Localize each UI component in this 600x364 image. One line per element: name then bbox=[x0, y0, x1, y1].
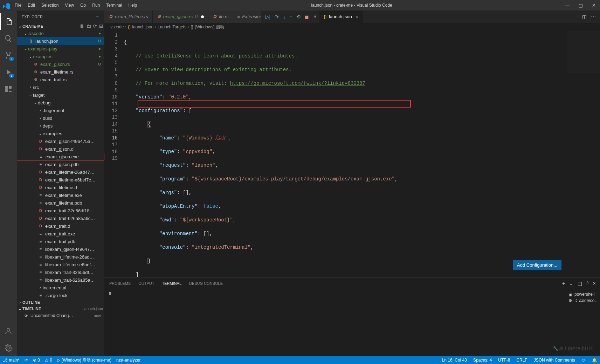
file-exam-lifetime-hash2[interactable]: Dexam_lifetime-e6bef7c… bbox=[17, 176, 104, 184]
breadcrumb-2[interactable]: launch.json bbox=[132, 25, 153, 29]
terminal-new-icon[interactable]: + bbox=[562, 281, 565, 286]
tab-terminal[interactable]: TERMINAL bbox=[161, 280, 182, 287]
status-feedback-icon[interactable]: ☺ bbox=[581, 358, 586, 363]
minimap[interactable] bbox=[567, 31, 600, 73]
file-exam-gjson-d[interactable]: Dexam_gjson.d bbox=[17, 145, 104, 153]
menu-edit[interactable]: Edit bbox=[25, 1, 38, 9]
terminal-content[interactable]: ▯ bbox=[104, 289, 565, 356]
outline-header[interactable]: ›OUTLINE bbox=[17, 299, 104, 305]
debug-continue-icon[interactable]: ▷| bbox=[265, 14, 271, 20]
file-exam-gjson-pdb[interactable]: ≡exam_gjson.pdb bbox=[17, 160, 104, 168]
tab-launch-json[interactable]: {}launch.json× bbox=[319, 11, 363, 23]
menu-run[interactable]: Run bbox=[89, 1, 103, 9]
menu-file[interactable]: File bbox=[12, 1, 24, 9]
tab-output[interactable]: OUTPUT bbox=[138, 280, 155, 287]
folder-vscode[interactable]: ⌄.vscode● bbox=[17, 29, 104, 37]
split-editor-icon[interactable]: ◫ bbox=[582, 14, 587, 20]
file-exam-trait-exe[interactable]: ≡exam_trait.exe bbox=[17, 230, 104, 238]
menu-view[interactable]: View bbox=[62, 1, 77, 9]
new-file-icon[interactable]: 🗎 bbox=[80, 23, 84, 29]
add-configuration-button[interactable]: Add Configuration... bbox=[513, 260, 561, 270]
activity-explorer[interactable] bbox=[0, 13, 17, 30]
folder-build[interactable]: ›build bbox=[17, 114, 104, 122]
file-exam-trait-hash1[interactable]: Dexam_trait-32e56df18… bbox=[17, 207, 104, 214]
debug-grip-icon[interactable]: ⠿ bbox=[313, 14, 317, 20]
folder-target[interactable]: ⌄target bbox=[17, 91, 104, 99]
status-rust-analyzer[interactable]: rust-analyzer bbox=[116, 358, 140, 363]
breadcrumb-4[interactable]: (Windows) 启动 bbox=[195, 24, 224, 30]
file-exam-lifetime-d[interactable]: Dexam_lifetime.d bbox=[17, 184, 104, 191]
tab-debug-console[interactable]: DEBUG CONSOLE bbox=[188, 280, 223, 287]
status-language[interactable]: JSON with Comments bbox=[534, 358, 575, 363]
new-folder-icon[interactable]: 🗀 bbox=[87, 23, 91, 29]
file-exam-trait-rs[interactable]: ⚙exam_trait.rs bbox=[17, 76, 104, 83]
status-branch[interactable]: ⎇ main* bbox=[3, 358, 20, 363]
editor-more-icon[interactable]: ⋯ bbox=[591, 14, 596, 20]
collapse-icon[interactable]: ⊟ bbox=[99, 23, 103, 29]
file-exam-trait-d[interactable]: Dexam_trait.d bbox=[17, 222, 104, 230]
timeline-header[interactable]: ⌄TIMELINE launch.json bbox=[17, 305, 104, 312]
activity-debug[interactable]: 1 bbox=[0, 64, 17, 81]
folder-src[interactable]: ›src bbox=[17, 83, 104, 91]
file-launch-json[interactable]: {}launch.jsonU bbox=[17, 37, 104, 45]
menu-go[interactable]: Go bbox=[77, 1, 89, 9]
activity-extensions[interactable] bbox=[0, 81, 17, 97]
status-bell-icon[interactable]: 🔔 bbox=[592, 358, 597, 363]
breadcrumb[interactable]: .vscode› {}launch.json› Launch Targets› … bbox=[104, 23, 600, 31]
folder-fingerprint[interactable]: ›.fingerprint bbox=[17, 107, 104, 114]
terminal-item-task[interactable]: ⚙D:\code\co… bbox=[568, 297, 596, 304]
file-libexam-gjson[interactable]: ≡libexam_gjson-f49647… bbox=[17, 245, 104, 253]
refresh-icon[interactable]: ⟳ bbox=[93, 23, 97, 29]
status-launch-config[interactable]: ▷ (Windows) 启动 (crate-me) bbox=[57, 357, 111, 363]
file-cargo-lock[interactable]: ≡.cargo-lock bbox=[17, 291, 104, 299]
tab-extension[interactable]: ≡Extension: bbox=[233, 11, 261, 23]
file-exam-lifetime-hash1[interactable]: Dexam_lifetime-26ad47… bbox=[17, 168, 104, 176]
tab-problems[interactable]: PROBLEMS bbox=[109, 280, 131, 287]
file-exam-trait-pdb[interactable]: ≡exam_trait.pdb bbox=[17, 238, 104, 245]
debug-step-into-icon[interactable]: ↓ bbox=[283, 14, 285, 20]
status-sync[interactable]: ⟳ bbox=[25, 358, 28, 363]
file-exam-gjson-exe[interactable]: ≡exam_gjson.exe bbox=[17, 153, 104, 160]
folder-deps[interactable]: ›deps bbox=[17, 122, 104, 130]
tab-exam-lifetime[interactable]: ⚙exam_lifetime.rs bbox=[104, 11, 153, 23]
breadcrumb-3[interactable]: Launch Targets bbox=[158, 25, 186, 29]
close-icon[interactable]: × bbox=[356, 14, 358, 20]
file-exam-lifetime-exe[interactable]: ≡exam_lifetime.exe bbox=[17, 191, 104, 199]
terminal-item-powershell[interactable]: ▣powershell bbox=[568, 291, 596, 297]
file-exam-gjson-hash[interactable]: Dexam_gjson-f496475a… bbox=[17, 137, 104, 145]
menu-help[interactable]: Help bbox=[126, 1, 140, 9]
status-errors[interactable]: ⊗ 0 bbox=[33, 358, 40, 363]
status-spaces[interactable]: Spaces: 4 bbox=[473, 358, 492, 363]
activity-account[interactable] bbox=[0, 323, 17, 339]
file-exam-gjson-rs[interactable]: ⚙exam_gjson.rsU bbox=[17, 60, 104, 68]
debug-step-out-icon[interactable]: ↑ bbox=[290, 14, 292, 20]
terminal-maximize-icon[interactable]: ^ bbox=[586, 281, 589, 286]
window-maximize[interactable]: ▢ bbox=[577, 2, 584, 9]
breadcrumb-1[interactable]: .vscode bbox=[109, 25, 124, 29]
activity-scm[interactable]: 3 bbox=[0, 47, 17, 64]
menu-terminal[interactable]: Terminal bbox=[103, 1, 125, 9]
folder-examples-play[interactable]: ⌄examples-play● bbox=[17, 45, 104, 53]
code-editor[interactable]: 1 2 3 4 5 6 7 8 9 10 11 12 13 14 15 16 1… bbox=[104, 31, 600, 277]
code-content[interactable]: { // Use IntelliSense to learn about pos… bbox=[124, 31, 600, 277]
status-warnings[interactable]: ⚠ 0 bbox=[45, 358, 52, 363]
file-exam-trait-hash2[interactable]: Dexam_trait-626a85a6c… bbox=[17, 214, 104, 222]
terminal-split-icon[interactable]: ◫ bbox=[578, 281, 582, 286]
status-eol[interactable]: CRLF bbox=[516, 358, 527, 363]
activity-settings[interactable] bbox=[0, 339, 17, 356]
debug-restart-icon[interactable]: ⟲ bbox=[296, 14, 301, 20]
folder-incremental[interactable]: ›incremental bbox=[17, 284, 104, 291]
window-minimize[interactable]: — bbox=[564, 2, 571, 9]
folder-examples-target[interactable]: ⌄examples bbox=[17, 130, 104, 137]
tab-exam-gjson[interactable]: ⚙exam_gjson.rs U bbox=[153, 11, 209, 23]
status-lncol[interactable]: Ln 16, Col 43 bbox=[442, 358, 467, 363]
window-close[interactable]: ✕ bbox=[591, 2, 597, 9]
menu-selection[interactable]: Selection bbox=[39, 1, 61, 9]
terminal-close-icon[interactable]: × bbox=[593, 281, 596, 286]
debug-stop-icon[interactable]: ◼ bbox=[305, 14, 309, 20]
timeline-item[interactable]: ⟳Uncommitted Chang… now bbox=[17, 312, 104, 320]
terminal-dropdown-icon[interactable]: ⌄ bbox=[569, 281, 573, 286]
status-encoding[interactable]: UTF-8 bbox=[498, 358, 510, 363]
project-header[interactable]: ⌄ CRATE-ME 🗎 🗀 ⟳ ⊟ bbox=[17, 23, 104, 29]
folder-examples[interactable]: ⌄examples● bbox=[17, 53, 104, 60]
